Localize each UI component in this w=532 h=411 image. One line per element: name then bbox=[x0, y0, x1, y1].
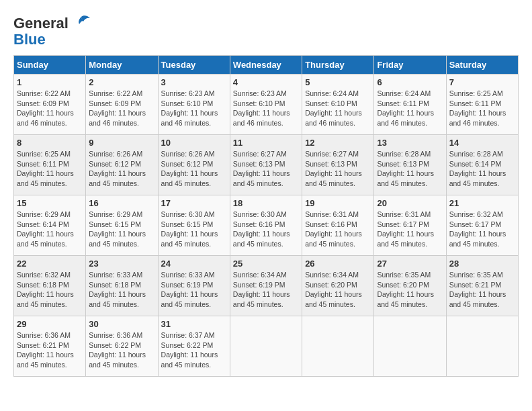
calendar-cell: 30 Sunrise: 6:36 AM Sunset: 6:22 PM Dayl… bbox=[86, 316, 158, 377]
day-number: 30 bbox=[89, 319, 154, 329]
calendar-cell: 25 Sunrise: 6:34 AM Sunset: 6:19 PM Dayl… bbox=[230, 256, 302, 316]
calendar-cell: 1 Sunrise: 6:22 AM Sunset: 6:09 PM Dayli… bbox=[14, 75, 86, 135]
calendar-cell: 27 Sunrise: 6:35 AM Sunset: 6:20 PM Dayl… bbox=[374, 256, 446, 316]
day-info: Sunrise: 6:35 AM Sunset: 6:21 PM Dayligh… bbox=[449, 270, 515, 310]
calendar-cell: 23 Sunrise: 6:33 AM Sunset: 6:18 PM Dayl… bbox=[86, 256, 158, 316]
calendar-cell: 24 Sunrise: 6:33 AM Sunset: 6:19 PM Dayl… bbox=[158, 256, 230, 316]
calendar-cell: 28 Sunrise: 6:35 AM Sunset: 6:21 PM Dayl… bbox=[446, 256, 518, 316]
day-number: 1 bbox=[17, 77, 83, 87]
page-header: General Blue bbox=[13, 13, 519, 48]
calendar-cell: 26 Sunrise: 6:34 AM Sunset: 6:20 PM Dayl… bbox=[302, 256, 374, 316]
day-info: Sunrise: 6:31 AM Sunset: 6:17 PM Dayligh… bbox=[377, 210, 443, 249]
day-info: Sunrise: 6:27 AM Sunset: 6:13 PM Dayligh… bbox=[305, 149, 371, 189]
day-info: Sunrise: 6:26 AM Sunset: 6:12 PM Dayligh… bbox=[89, 149, 154, 189]
day-info: Sunrise: 6:29 AM Sunset: 6:14 PM Dayligh… bbox=[17, 210, 83, 249]
calendar-cell: 5 Sunrise: 6:24 AM Sunset: 6:10 PM Dayli… bbox=[302, 75, 374, 135]
weekday-header-monday: Monday bbox=[86, 56, 158, 75]
day-number: 20 bbox=[377, 198, 443, 208]
day-number: 28 bbox=[449, 259, 515, 269]
calendar-cell bbox=[446, 316, 518, 377]
calendar-cell: 13 Sunrise: 6:28 AM Sunset: 6:13 PM Dayl… bbox=[374, 135, 446, 195]
day-info: Sunrise: 6:29 AM Sunset: 6:15 PM Dayligh… bbox=[89, 210, 154, 249]
day-info: Sunrise: 6:30 AM Sunset: 6:16 PM Dayligh… bbox=[233, 210, 299, 249]
day-info: Sunrise: 6:25 AM Sunset: 6:11 PM Dayligh… bbox=[449, 89, 515, 128]
day-info: Sunrise: 6:25 AM Sunset: 6:11 PM Dayligh… bbox=[17, 149, 83, 189]
day-info: Sunrise: 6:33 AM Sunset: 6:19 PM Dayligh… bbox=[161, 270, 227, 310]
day-number: 15 bbox=[17, 198, 83, 208]
day-info: Sunrise: 6:33 AM Sunset: 6:18 PM Dayligh… bbox=[89, 270, 154, 310]
day-info: Sunrise: 6:26 AM Sunset: 6:12 PM Dayligh… bbox=[161, 149, 227, 189]
logo: General Blue bbox=[13, 13, 91, 48]
weekday-header-thursday: Thursday bbox=[302, 56, 374, 75]
calendar-cell: 20 Sunrise: 6:31 AM Sunset: 6:17 PM Dayl… bbox=[374, 195, 446, 256]
calendar-cell: 17 Sunrise: 6:30 AM Sunset: 6:15 PM Dayl… bbox=[158, 195, 230, 256]
day-number: 21 bbox=[449, 198, 515, 208]
weekday-header-sunday: Sunday bbox=[14, 56, 86, 75]
calendar-cell: 16 Sunrise: 6:29 AM Sunset: 6:15 PM Dayl… bbox=[86, 195, 158, 256]
calendar-table: SundayMondayTuesdayWednesdayThursdayFrid… bbox=[13, 55, 519, 377]
weekday-header-wednesday: Wednesday bbox=[230, 56, 302, 75]
day-info: Sunrise: 6:28 AM Sunset: 6:13 PM Dayligh… bbox=[377, 149, 443, 189]
day-number: 12 bbox=[305, 138, 371, 148]
day-info: Sunrise: 6:34 AM Sunset: 6:19 PM Dayligh… bbox=[233, 270, 299, 310]
day-info: Sunrise: 6:31 AM Sunset: 6:16 PM Dayligh… bbox=[305, 210, 371, 249]
calendar-cell bbox=[374, 316, 446, 377]
day-number: 23 bbox=[89, 259, 154, 269]
day-info: Sunrise: 6:28 AM Sunset: 6:14 PM Dayligh… bbox=[449, 149, 515, 189]
day-number: 29 bbox=[17, 319, 83, 329]
calendar-cell: 14 Sunrise: 6:28 AM Sunset: 6:14 PM Dayl… bbox=[446, 135, 518, 195]
calendar-cell: 21 Sunrise: 6:32 AM Sunset: 6:17 PM Dayl… bbox=[446, 195, 518, 256]
logo-bird-icon bbox=[71, 13, 91, 34]
calendar-cell bbox=[302, 316, 374, 377]
calendar-cell: 19 Sunrise: 6:31 AM Sunset: 6:16 PM Dayl… bbox=[302, 195, 374, 256]
calendar-cell: 2 Sunrise: 6:22 AM Sunset: 6:09 PM Dayli… bbox=[86, 75, 158, 135]
day-number: 31 bbox=[161, 319, 227, 329]
day-info: Sunrise: 6:22 AM Sunset: 6:09 PM Dayligh… bbox=[89, 89, 154, 128]
calendar-cell: 6 Sunrise: 6:24 AM Sunset: 6:11 PM Dayli… bbox=[374, 75, 446, 135]
day-number: 8 bbox=[17, 138, 83, 148]
day-number: 24 bbox=[161, 259, 227, 269]
day-info: Sunrise: 6:32 AM Sunset: 6:17 PM Dayligh… bbox=[449, 210, 515, 249]
calendar-cell: 31 Sunrise: 6:37 AM Sunset: 6:22 PM Dayl… bbox=[158, 316, 230, 377]
calendar-cell: 8 Sunrise: 6:25 AM Sunset: 6:11 PM Dayli… bbox=[14, 135, 86, 195]
day-number: 4 bbox=[233, 77, 299, 87]
day-number: 26 bbox=[305, 259, 371, 269]
weekday-header-friday: Friday bbox=[374, 56, 446, 75]
day-number: 19 bbox=[305, 198, 371, 208]
calendar-cell: 12 Sunrise: 6:27 AM Sunset: 6:13 PM Dayl… bbox=[302, 135, 374, 195]
day-info: Sunrise: 6:23 AM Sunset: 6:10 PM Dayligh… bbox=[161, 89, 227, 128]
calendar-cell: 11 Sunrise: 6:27 AM Sunset: 6:13 PM Dayl… bbox=[230, 135, 302, 195]
day-number: 22 bbox=[17, 259, 83, 269]
calendar-cell: 3 Sunrise: 6:23 AM Sunset: 6:10 PM Dayli… bbox=[158, 75, 230, 135]
day-number: 17 bbox=[161, 198, 227, 208]
day-info: Sunrise: 6:30 AM Sunset: 6:15 PM Dayligh… bbox=[161, 210, 227, 249]
day-number: 2 bbox=[89, 77, 154, 87]
calendar-cell bbox=[230, 316, 302, 377]
day-number: 25 bbox=[233, 259, 299, 269]
day-info: Sunrise: 6:22 AM Sunset: 6:09 PM Dayligh… bbox=[17, 89, 83, 128]
day-info: Sunrise: 6:35 AM Sunset: 6:20 PM Dayligh… bbox=[377, 270, 443, 310]
day-info: Sunrise: 6:36 AM Sunset: 6:22 PM Dayligh… bbox=[89, 330, 154, 370]
day-number: 9 bbox=[89, 138, 154, 148]
day-info: Sunrise: 6:37 AM Sunset: 6:22 PM Dayligh… bbox=[161, 330, 227, 370]
calendar-cell: 4 Sunrise: 6:23 AM Sunset: 6:10 PM Dayli… bbox=[230, 75, 302, 135]
weekday-header-saturday: Saturday bbox=[446, 56, 518, 75]
day-number: 16 bbox=[89, 198, 154, 208]
day-number: 13 bbox=[377, 138, 443, 148]
calendar-cell: 10 Sunrise: 6:26 AM Sunset: 6:12 PM Dayl… bbox=[158, 135, 230, 195]
day-info: Sunrise: 6:24 AM Sunset: 6:10 PM Dayligh… bbox=[305, 89, 371, 128]
day-info: Sunrise: 6:24 AM Sunset: 6:11 PM Dayligh… bbox=[377, 89, 443, 128]
calendar-cell: 9 Sunrise: 6:26 AM Sunset: 6:12 PM Dayli… bbox=[86, 135, 158, 195]
logo-general: General bbox=[13, 15, 69, 32]
day-number: 7 bbox=[449, 77, 515, 87]
calendar-cell: 15 Sunrise: 6:29 AM Sunset: 6:14 PM Dayl… bbox=[14, 195, 86, 256]
day-number: 18 bbox=[233, 198, 299, 208]
calendar-cell: 7 Sunrise: 6:25 AM Sunset: 6:11 PM Dayli… bbox=[446, 75, 518, 135]
calendar-cell: 18 Sunrise: 6:30 AM Sunset: 6:16 PM Dayl… bbox=[230, 195, 302, 256]
day-number: 11 bbox=[233, 138, 299, 148]
day-info: Sunrise: 6:36 AM Sunset: 6:21 PM Dayligh… bbox=[17, 330, 83, 370]
day-number: 6 bbox=[377, 77, 443, 87]
day-number: 14 bbox=[449, 138, 515, 148]
calendar-cell: 29 Sunrise: 6:36 AM Sunset: 6:21 PM Dayl… bbox=[14, 316, 86, 377]
day-info: Sunrise: 6:32 AM Sunset: 6:18 PM Dayligh… bbox=[17, 270, 83, 310]
